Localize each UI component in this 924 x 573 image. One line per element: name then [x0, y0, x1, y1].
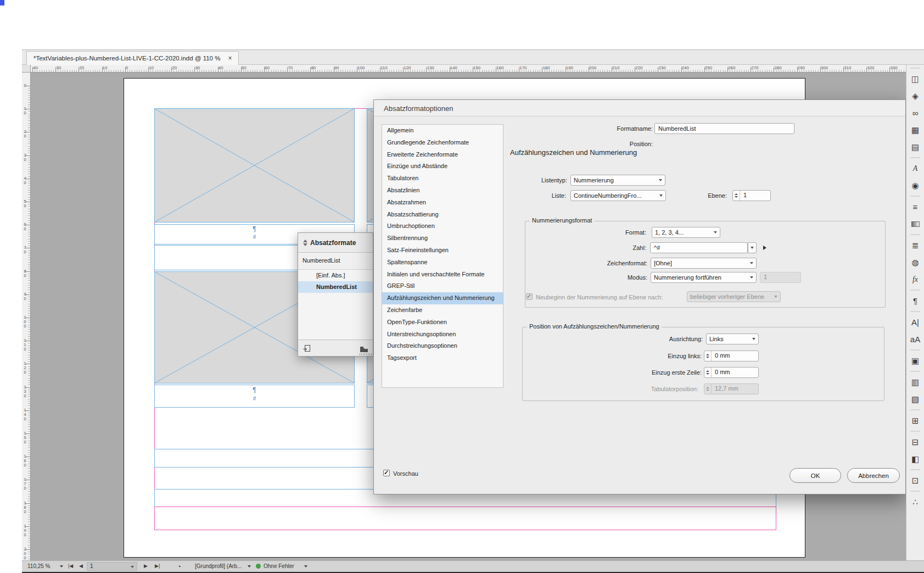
toolbar-group-handle[interactable]	[906, 66, 924, 70]
zoom-level[interactable]: 110,25 %	[27, 563, 51, 569]
zoom-dropdown[interactable]	[57, 563, 63, 569]
image-placeholder-frame[interactable]	[154, 108, 355, 222]
paragraph-icon[interactable]: ¶	[906, 292, 924, 309]
object-styles-icon[interactable]: ▣	[906, 352, 924, 369]
liste-dropdown[interactable]: ContinueNumberingFro...	[570, 190, 666, 201]
layers-icon[interactable]: ◈	[906, 87, 924, 104]
toolbar-group-handle[interactable]	[906, 309, 924, 314]
dialog-nav-item[interactable]: Silbentrennung	[382, 232, 503, 244]
zahl-flyout-icon[interactable]	[763, 246, 766, 250]
toolbar-group-handle[interactable]	[906, 194, 924, 198]
ruler-corner[interactable]	[22, 65, 31, 73]
toolbar-group-handle[interactable]	[906, 489, 924, 493]
preflight-icon[interactable]: ◔	[177, 563, 181, 570]
ok-button[interactable]: OK	[789, 468, 841, 483]
panel-title[interactable]: Absatzformate	[310, 239, 356, 247]
toolbar-group-handle[interactable]	[906, 369, 924, 374]
zahl-input[interactable]: ^#	[650, 242, 748, 253]
tab-close-icon[interactable]: ×	[228, 54, 232, 62]
dialog-nav-item[interactable]: GREP-Stil	[382, 280, 503, 292]
style-list-item[interactable]: NumberedList	[298, 281, 373, 293]
color-themes-icon[interactable]: ▤	[906, 138, 924, 155]
dialog-nav-item[interactable]: Allgemein	[382, 125, 503, 137]
dialog-nav-item[interactable]: Durchstreichungsoptionen	[382, 340, 503, 352]
document-tab[interactable]: *TextVariables-plus-Numbered-List-LIVE-1…	[26, 51, 239, 65]
dialog-nav-item[interactable]: Absatzschattierung	[382, 209, 503, 221]
vorschau-checkbox[interactable]	[383, 470, 390, 476]
zeichenformat-dropdown[interactable]: [Ohne]	[651, 258, 757, 269]
toolbar-group-handle[interactable]	[906, 288, 924, 292]
pathfinder-icon[interactable]: ◧	[906, 450, 924, 468]
listentyp-dropdown[interactable]: Nummerierung	[570, 175, 665, 186]
formatname-input[interactable]: NumberedList	[654, 123, 794, 134]
profile-dropdown[interactable]	[245, 563, 251, 569]
stepper-arrows-icon[interactable]	[704, 368, 712, 377]
dialog-nav-item[interactable]: Zeichenfarbe	[382, 304, 503, 316]
dialog-nav-item[interactable]: OpenType-Funktionen	[382, 316, 503, 329]
gradient-icon[interactable]	[906, 215, 924, 232]
format-dropdown[interactable]: 1, 2, 3, 4...	[652, 227, 720, 238]
page-number-field[interactable]: 1	[87, 562, 137, 571]
previous-page-button[interactable]: ◀	[79, 563, 83, 569]
footer-guide-frame[interactable]	[154, 507, 776, 530]
story-icon[interactable]: ▥	[906, 374, 924, 391]
ebene-stepper[interactable]: 1	[732, 190, 771, 201]
character-icon[interactable]: A|	[906, 314, 924, 331]
color-dots-icon[interactable]: ∴	[906, 493, 924, 510]
dialog-nav-item[interactable]: Initialen und verschachtelte Formate	[382, 269, 503, 281]
links-icon[interactable]: ∞	[906, 104, 924, 121]
cc-libraries-icon[interactable]: ◍	[906, 254, 924, 271]
modus-dropdown[interactable]: Nummerierung fortführen	[651, 272, 757, 283]
dialog-nav-item[interactable]: Grundlegende Zeichenformate	[382, 137, 503, 149]
toolbar-group-handle[interactable]	[906, 429, 924, 433]
dialog-title-bar[interactable]: Absatzformatoptionen	[374, 100, 905, 116]
dialog-nav-item[interactable]: Spaltenspanne	[382, 257, 503, 269]
dialog-nav-item[interactable]: Tabulatoren	[382, 173, 503, 185]
toolbar-group-handle[interactable]	[906, 232, 924, 237]
stepper-arrows-icon[interactable]	[704, 351, 712, 361]
swatches-icon[interactable]: ▦	[906, 121, 924, 138]
errors-dropdown[interactable]	[301, 563, 307, 569]
table-icon[interactable]: ⊞	[906, 412, 924, 429]
create-new-style-icon[interactable]	[303, 344, 311, 354]
dialog-nav-item[interactable]: Tagsexport	[382, 352, 503, 364]
paragraph-styles-icon[interactable]: ≣	[906, 237, 924, 254]
effects-icon[interactable]: fx	[906, 271, 924, 288]
dialog-nav-item[interactable]: Absatzlinien	[382, 185, 503, 197]
toolbar-group-handle[interactable]	[906, 348, 924, 352]
toolbar-group-handle[interactable]	[906, 468, 924, 472]
einzug-erste-zeile-stepper[interactable]: 0 mm	[704, 367, 759, 378]
zahl-dropdown-button[interactable]	[748, 242, 757, 253]
dialog-nav-item[interactable]: Unterstreichungsoptionen	[382, 329, 503, 341]
dialog-nav-item[interactable]: Aufzählungszeichen und Nummerierung	[382, 292, 503, 304]
v-ruler-label: 1 1 0	[23, 338, 27, 352]
dialog-nav-item[interactable]: Absatzrahmen	[382, 197, 503, 209]
next-page-button[interactable]: ▶	[144, 563, 148, 569]
dialog-nav-item[interactable]: Einzüge und Abstände	[382, 160, 503, 173]
frame-grid-icon[interactable]: ⊡	[906, 472, 924, 489]
toolbar-group-handle[interactable]	[906, 408, 924, 412]
toolbar-group-handle[interactable]	[906, 155, 924, 160]
preflight-status-text[interactable]: Ohne Fehler	[264, 563, 294, 569]
ausrichtung-dropdown[interactable]: Links	[706, 333, 759, 344]
pages-icon[interactable]: ◫	[906, 70, 924, 87]
panel-collapse-icon[interactable]	[303, 240, 307, 246]
preflight-profile[interactable]: [Grundprofil] (Arb...	[195, 563, 242, 569]
align-icon[interactable]: ⊟	[906, 433, 924, 450]
stroke-icon[interactable]: ≡	[906, 198, 924, 215]
panel-resize-handle[interactable]	[360, 353, 372, 355]
text-wrap-icon[interactable]: ◉	[906, 177, 924, 194]
first-page-button[interactable]: |◀	[68, 563, 73, 569]
dialog-nav-item[interactable]: Erweiterte Zeichenformate	[382, 149, 503, 161]
anchored-object-icon[interactable]: ▧	[906, 391, 924, 408]
caption-text-frame[interactable]: ¶ #	[154, 385, 355, 408]
stepper-arrows-icon[interactable]	[733, 191, 740, 201]
character-styles-icon[interactable]: A	[906, 160, 924, 177]
last-page-button[interactable]: ▶|	[155, 563, 160, 569]
dialog-nav-item[interactable]: Umbruchoptionen	[382, 220, 503, 232]
cancel-button[interactable]: Abbrechen	[847, 468, 900, 483]
einzug-links-stepper[interactable]: 0 mm	[704, 351, 759, 361]
dialog-nav-item[interactable]: Satz-Feineinstellungen	[382, 244, 503, 257]
glyphs-icon[interactable]: aA	[906, 331, 924, 348]
style-list-item[interactable]: [Einf. Abs.]	[298, 270, 373, 281]
